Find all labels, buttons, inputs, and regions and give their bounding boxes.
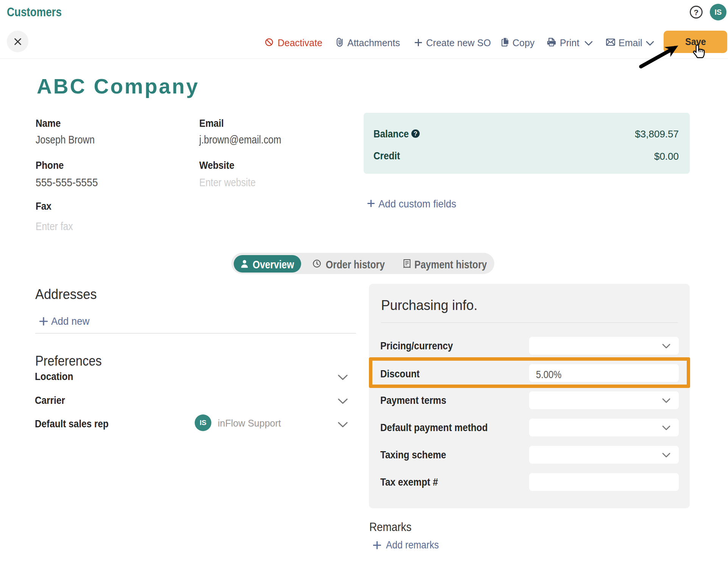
svg-text:?: ? xyxy=(694,8,699,17)
svg-text:?: ? xyxy=(414,131,417,137)
